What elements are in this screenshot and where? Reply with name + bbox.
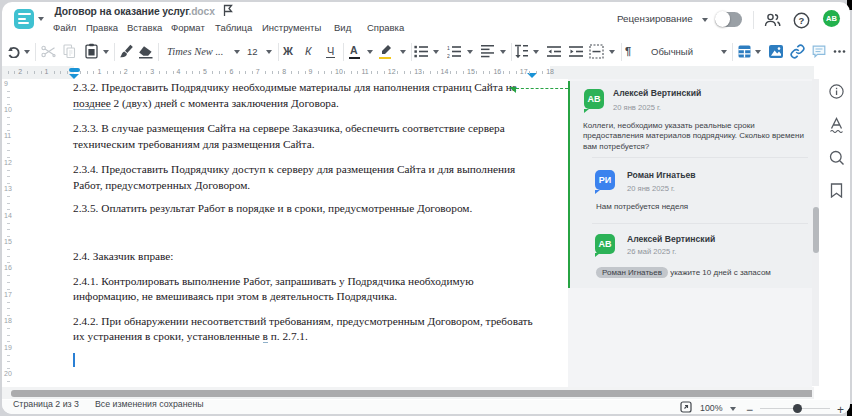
svg-text:1: 1 (447, 45, 450, 51)
svg-text:2: 2 (447, 52, 450, 57)
